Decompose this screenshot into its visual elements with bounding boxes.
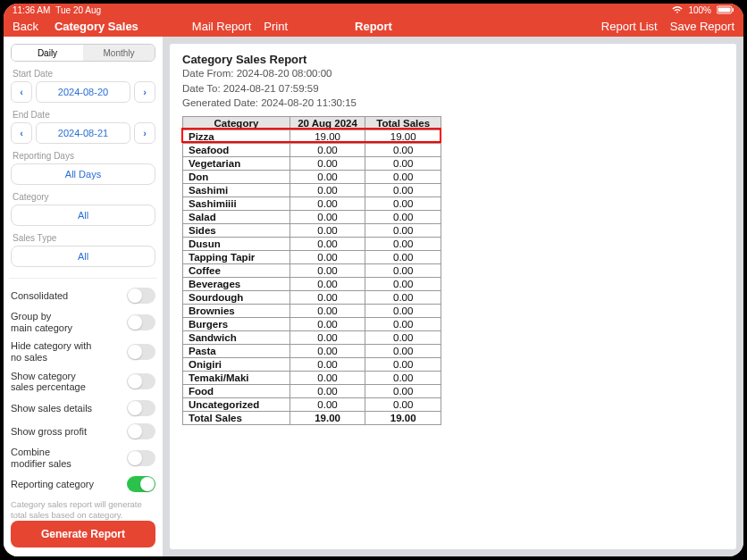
toggle-combine-mod[interactable] [127,450,155,466]
col-date: 20 Aug 2024 [290,116,365,130]
cell-date-value: 0.00 [290,330,365,344]
battery-icon [717,5,734,14]
table-row: Pasta0.000.00 [183,344,441,357]
toggle-consolidated-label: Consolidated [11,290,68,302]
cell-category: Dusun [183,237,290,250]
toggle-group-main[interactable] [127,314,155,330]
report-date-from: Date From: 2024-08-20 08:00:00 [182,67,724,81]
svg-rect-1 [718,8,731,13]
status-battery-pct: 100% [688,5,711,15]
report-generated-date: Generated Date: 2024-08-20 11:30:15 [182,96,724,111]
report-paper: Category Sales Report Date From: 2024-08… [170,44,736,549]
cell-total-value: 0.00 [365,156,441,170]
cell-total-value: 0.00 [365,196,441,210]
segment-daily[interactable]: Daily [12,45,83,61]
cell-total-label: Total Sales [183,411,290,424]
toggle-consolidated[interactable] [127,288,155,304]
cell-total-value: 0.00 [365,384,441,397]
cell-date-value: 19.00 [290,130,365,143]
table-row: Uncategorized0.000.00 [183,397,441,411]
toggle-gross-profit-label: Show gross profit [11,426,87,438]
table-row: Sourdough0.000.00 [183,290,441,304]
toggle-gross-profit[interactable] [127,423,155,439]
status-time: 11:36 AM [13,5,50,15]
table-row: Temaki/Maki0.000.00 [183,371,441,384]
cell-total-value: 0.00 [365,304,441,317]
cell-category: Pasta [183,344,290,357]
cell-total-value: 0.00 [365,344,441,357]
toggle-hide-nosales[interactable] [127,344,155,360]
table-row: Onigiri0.000.00 [183,357,441,371]
cell-date-value: 0.00 [290,290,365,304]
cell-category: Temaki/Maki [183,371,290,384]
end-date-picker[interactable]: 2024-08-21 [36,122,130,144]
cell-date-value: 0.00 [290,143,365,156]
reporting-days-select[interactable]: All Days [11,163,155,185]
toggle-show-pct[interactable] [127,373,155,389]
salestype-select[interactable]: All [11,246,155,267]
cell-total-value: 0.00 [365,371,441,384]
cell-total-value: 0.00 [365,397,441,411]
end-date-prev-button[interactable]: ‹ [11,122,32,144]
cell-date-value: 0.00 [290,263,365,277]
start-date-label: Start Date [13,69,155,79]
cell-date-value: 0.00 [290,344,365,357]
toggle-reporting-cat-label: Reporting category [11,479,94,490]
table-row: Burgers0.000.00 [183,317,441,330]
cell-category: Salad [183,210,290,223]
toggle-group-main-label: Group by main category [11,311,72,333]
cell-total-value: 0.00 [365,277,441,290]
cell-category: Don [183,170,290,183]
cell-category: Vegetarian [183,156,290,170]
cell-date-value: 0.00 [290,237,365,250]
cell-date-value: 0.00 [290,317,365,330]
nav-center-title: Report [355,20,392,33]
mail-report-button[interactable]: Mail Report [192,20,251,33]
cell-category: Food [183,384,290,397]
toggle-show-details[interactable] [127,400,155,416]
cell-date-value: 0.00 [290,170,365,183]
status-date: Tue 20 Aug [55,5,101,15]
cell-category: Pizza [183,130,290,143]
report-table: Category 20 Aug 2024 Total Sales Pizza19… [182,116,441,425]
status-bar: 11:36 AM Tue 20 Aug 100% [4,4,743,17]
cell-total-total: 19.00 [365,411,441,424]
start-date-picker[interactable]: 2024-08-20 [36,81,130,103]
back-button[interactable]: Back [13,20,38,33]
cell-total-value: 0.00 [365,357,441,371]
end-date-next-button[interactable]: › [134,122,155,144]
period-segment[interactable]: Daily Monthly [11,44,155,62]
start-date-next-button[interactable]: › [134,81,155,103]
generate-report-button[interactable]: Generate Report [11,521,155,547]
toggle-reporting-cat[interactable] [127,476,155,492]
cell-total-date: 19.00 [290,411,365,424]
start-date-prev-button[interactable]: ‹ [11,81,32,103]
toggle-show-details-label: Show sales details [11,403,92,414]
save-report-button[interactable]: Save Report [670,20,734,33]
cell-category: Sashimi [183,183,290,196]
toggle-hide-nosales-label: Hide category with no sales [11,340,92,363]
cell-category: Brownies [183,304,290,317]
cell-total-value: 0.00 [365,223,441,237]
cell-date-value: 0.00 [290,384,365,397]
print-button[interactable]: Print [264,20,288,33]
table-row: Tapping Tapir0.000.00 [183,250,441,263]
table-row: Pizza19.0019.00 [183,130,441,143]
cell-category: Uncategorized [183,397,290,411]
cell-total-value: 0.00 [365,210,441,223]
nav-bar: Back Category Sales Mail Report Print Re… [4,17,743,38]
segment-monthly[interactable]: Monthly [83,45,155,61]
sidebar-help-text: Category sales report will generate tota… [11,499,155,521]
page-title: Category Sales [55,20,138,33]
table-row: Food0.000.00 [183,384,441,397]
sidebar: Daily Monthly Start Date ‹ 2024-08-20 › … [4,37,163,556]
cell-total-value: 0.00 [365,290,441,304]
report-list-button[interactable]: Report List [601,20,658,33]
table-row: Sides0.000.00 [183,223,441,237]
category-select[interactable]: All [11,205,155,226]
cell-date-value: 0.00 [290,210,365,223]
table-row: Coffee0.000.00 [183,263,441,277]
cell-date-value: 0.00 [290,371,365,384]
table-row: Sandwich0.000.00 [183,330,441,344]
table-row: Sashimiiii0.000.00 [183,196,441,210]
